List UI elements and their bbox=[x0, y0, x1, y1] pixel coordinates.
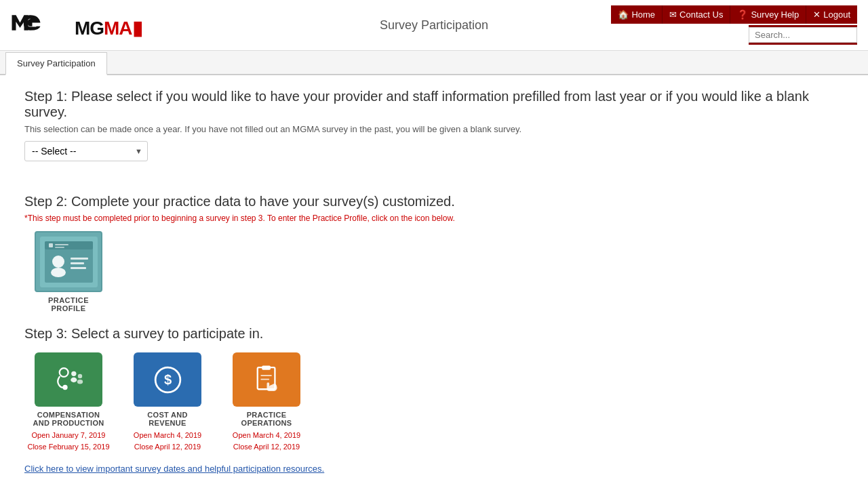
survey-practice-ops[interactable]: PRACTICEOPERATIONS Open March 4, 2019 Cl… bbox=[222, 352, 311, 452]
svg-rect-6 bbox=[71, 258, 88, 260]
practice-profile-icon[interactable]: PRACTICEPROFILE bbox=[24, 231, 113, 312]
page-title: Survey Participation bbox=[380, 18, 488, 33]
step2-note: *This step must be completed prior to be… bbox=[24, 214, 844, 223]
step2-section: Step 2: Complete your practice data to h… bbox=[24, 194, 844, 312]
svg-point-15 bbox=[71, 377, 77, 382]
step2-heading: Step 2: Complete your practice data to h… bbox=[24, 194, 844, 209]
cost-revenue-icon: $ bbox=[134, 352, 201, 407]
home-button[interactable]: 🏠 Home bbox=[611, 5, 662, 24]
svg-rect-9 bbox=[49, 243, 53, 247]
svg-rect-8 bbox=[71, 267, 86, 269]
svg-point-14 bbox=[71, 371, 76, 375]
header: MGMA▮ Survey Participation 🏠 Home ✉ Cont… bbox=[0, 0, 868, 51]
cost-revenue-label: COST ANDREVENUE bbox=[147, 411, 187, 427]
prefill-select[interactable]: -- Select -- Prefilled from last year Bl… bbox=[24, 141, 148, 161]
compensation-dates: Open January 7, 2019 Close February 15, … bbox=[27, 430, 109, 452]
step1-heading: Step 1: Please select if you would like … bbox=[24, 89, 844, 120]
survey-cost-revenue[interactable]: $ COST ANDREVENUE Open March 4, 2019 Clo… bbox=[123, 352, 212, 452]
svg-rect-10 bbox=[55, 244, 68, 245]
practice-ops-icon bbox=[233, 352, 300, 407]
svg-rect-11 bbox=[55, 247, 64, 248]
compensation-icon bbox=[35, 352, 102, 407]
main-content: Step 1: Please select if you would like … bbox=[0, 75, 868, 487]
survey-compensation[interactable]: COMPENSATIONAND PRODUCTION Open January … bbox=[24, 352, 113, 452]
home-icon: 🏠 bbox=[618, 9, 629, 20]
svg-rect-7 bbox=[71, 262, 84, 264]
select-wrapper: -- Select -- Prefilled from last year Bl… bbox=[24, 141, 148, 161]
logout-button[interactable]: ✕ Logout bbox=[806, 5, 857, 24]
practice-profile-label: PRACTICEPROFILE bbox=[48, 296, 89, 312]
logo: MGMA▮ bbox=[11, 11, 142, 39]
step1-section: Step 1: Please select if you would like … bbox=[24, 89, 844, 178]
compensation-label: COMPENSATIONAND PRODUCTION bbox=[33, 411, 104, 427]
contact-icon: ✉ bbox=[669, 9, 677, 20]
step3-section: Step 3: Select a survey to participate i… bbox=[24, 326, 844, 452]
practice-ops-dates: Open March 4, 2019 Close April 12, 2019 bbox=[233, 430, 300, 452]
cost-revenue-dates: Open March 4, 2019 Close April 12, 2019 bbox=[134, 430, 201, 452]
svg-rect-21 bbox=[262, 365, 271, 369]
practice-ops-label: PRACTICEOPERATIONS bbox=[241, 411, 292, 427]
svg-point-4 bbox=[52, 256, 64, 268]
contact-us-button[interactable]: ✉ Contact Us bbox=[662, 5, 730, 24]
surveys-row: COMPENSATIONAND PRODUCTION Open January … bbox=[24, 352, 844, 452]
step1-subtext: This selection can be made once a year. … bbox=[24, 124, 844, 134]
svg-rect-23 bbox=[260, 378, 269, 380]
tab-survey-participation[interactable]: Survey Participation bbox=[5, 52, 107, 75]
svg-text:$: $ bbox=[163, 371, 171, 386]
svg-point-12 bbox=[59, 368, 68, 377]
svg-point-17 bbox=[77, 380, 82, 384]
svg-rect-22 bbox=[260, 375, 272, 376]
resources-link[interactable]: Click here to view important survey date… bbox=[24, 464, 324, 474]
svg-point-5 bbox=[51, 268, 66, 277]
step3-heading: Step 3: Select a survey to participate i… bbox=[24, 326, 844, 342]
svg-point-13 bbox=[62, 384, 67, 389]
survey-help-button[interactable]: ❓ Survey Help bbox=[730, 5, 806, 24]
svg-point-16 bbox=[77, 373, 81, 378]
help-icon: ❓ bbox=[737, 9, 748, 20]
practice-profile-img bbox=[35, 231, 102, 292]
nav-bar: 🏠 Home ✉ Contact Us ❓ Survey Help ✕ Logo… bbox=[611, 5, 857, 24]
logout-icon: ✕ bbox=[813, 9, 821, 20]
search-input[interactable] bbox=[749, 27, 857, 43]
tabs: Survey Participation bbox=[0, 51, 868, 75]
